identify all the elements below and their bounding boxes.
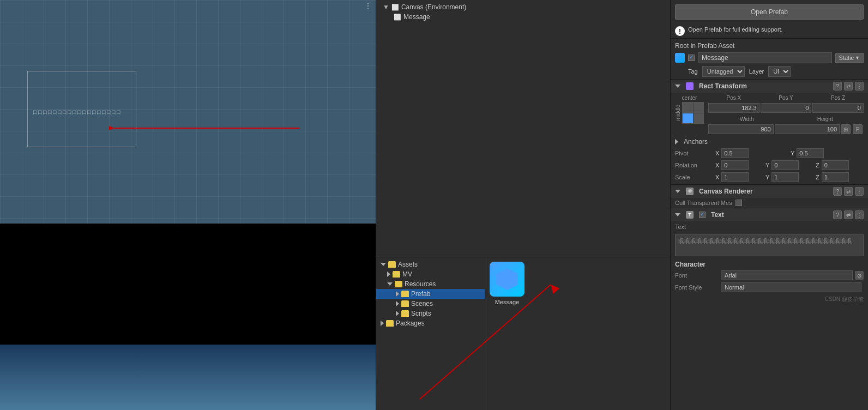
constrain-btn[interactable]: ⊞	[841, 124, 851, 134]
project-item-scenes[interactable]: Scenes	[376, 299, 485, 309]
rt-pos-headers: Pos X Pos Y Pos Z	[708, 95, 864, 101]
hierarchy-content: ▼ ⬜ Canvas (Environment) ⬜ Message	[376, 0, 670, 24]
scale-y-group: Y	[765, 172, 813, 182]
object-name-row: Static ▼	[671, 51, 868, 65]
lock-btn[interactable]: P	[853, 124, 863, 134]
open-prefab-button[interactable]: Open Prefab	[675, 4, 864, 20]
game-view	[0, 224, 376, 410]
cr-settings-btn[interactable]: ⇄	[844, 187, 853, 196]
scale-x-input[interactable]	[721, 172, 749, 182]
rect-transform-header[interactable]: Rect Transform ? ⇄ ⋮	[671, 80, 868, 93]
font-value: Arial	[721, 270, 853, 280]
text-actions: ? ⇄ ⋮	[833, 210, 864, 219]
hierarchy-item-canvas[interactable]: ▼ ⬜ Canvas (Environment)	[376, 2, 670, 12]
rt-collapse-icon	[675, 85, 680, 88]
rotation-y-label: Y	[765, 162, 769, 168]
text-icon: T	[686, 211, 694, 219]
rt-settings-btn[interactable]: ⇄	[844, 82, 853, 91]
text-help-btn[interactable]: ?	[833, 210, 842, 219]
text-label-row: Text	[671, 221, 868, 232]
hierarchy-panel: ▼ ⬜ Canvas (Environment) ⬜ Message	[376, 0, 670, 257]
scenes-folder-icon	[401, 300, 409, 307]
rt-help-btn[interactable]: ?	[833, 82, 842, 91]
project-item-resources[interactable]: Resources	[376, 279, 485, 289]
rt-wh-headers: Width Height	[708, 116, 864, 122]
text-content-area[interactable]: 哦哦哦哦哦哦哦哦哦哦哦哦哦哦哦哦哦哦哦哦哦哦哦哦哦哦哦哦哦	[675, 234, 864, 256]
packages-folder-icon	[386, 320, 394, 327]
cull-checkbox[interactable]	[736, 200, 742, 206]
pivot-label: Pivot	[675, 150, 713, 156]
game-sky	[0, 345, 376, 410]
left-panel: 口口口口口口口口口口口口口口口口口口 ⋮ ale 0.365 Maximize …	[0, 0, 376, 410]
project-item-prefab[interactable]: Prefab	[376, 289, 485, 299]
scale-y-label: Y	[765, 174, 769, 180]
text-settings-btn[interactable]: ⇄	[844, 210, 853, 219]
rt-middle-row: middle	[675, 102, 704, 124]
anchor-tl	[683, 102, 693, 113]
cull-label: Cull Transparent Mes	[675, 200, 732, 206]
pivot-x-input[interactable]	[721, 148, 749, 158]
project-item-assets[interactable]: Assets	[376, 260, 485, 269]
anchor-widget[interactable]	[682, 102, 704, 124]
width-input[interactable]	[708, 124, 774, 134]
project-item-mv[interactable]: MV	[376, 269, 485, 279]
cr-help-btn[interactable]: ?	[833, 187, 842, 196]
scale-z-label: Z	[816, 174, 819, 180]
scale-z-input[interactable]	[822, 172, 849, 182]
resources-folder-icon	[395, 281, 402, 287]
tag-select[interactable]: Untagged	[702, 66, 745, 77]
pos-y-header: Pos Y	[761, 95, 812, 101]
scene-text: 口口口口口口口口口口口口口口口口口口	[33, 109, 121, 116]
rotation-y-input[interactable]	[771, 160, 799, 170]
scene-toolbar-dots[interactable]: ⋮	[365, 2, 371, 10]
mv-triangle-icon	[387, 272, 390, 277]
object-name-input[interactable]	[698, 52, 832, 63]
scripts-triangle-icon	[396, 311, 399, 316]
hierarchy-item-message[interactable]: ⬜ Message	[376, 12, 670, 22]
rotation-z-group: Z	[816, 160, 864, 170]
text-menu-btn[interactable]: ⋮	[855, 210, 864, 219]
rotation-y-group: Y	[765, 160, 813, 170]
rotation-x-input[interactable]	[721, 160, 749, 170]
static-badge[interactable]: Static ▼	[835, 53, 864, 63]
project-item-scripts[interactable]: Scripts	[376, 309, 485, 318]
project-item-packages[interactable]: Packages	[376, 318, 485, 328]
pos-y-input[interactable]	[761, 103, 812, 113]
rotation-x-group: X	[715, 160, 763, 170]
pivot-y-group: Y	[791, 148, 864, 158]
rt-pos-values	[708, 103, 864, 113]
message-asset-icon[interactable]	[490, 262, 525, 297]
prefab-warning: ! Open Prefab for full editing support.	[671, 24, 868, 38]
rotation-z-input[interactable]	[822, 160, 849, 170]
middle-panel: ▼ ⬜ Canvas (Environment) ⬜ Message Asset…	[376, 0, 671, 410]
rt-menu-btn[interactable]: ⋮	[855, 82, 864, 91]
scale-y-input[interactable]	[771, 172, 799, 182]
anchor-br	[694, 113, 704, 124]
rect-transform-section: Rect Transform ? ⇄ ⋮ center middle	[671, 79, 868, 183]
scenes-triangle-icon	[396, 301, 399, 306]
pivot-y-input[interactable]	[797, 148, 824, 158]
text-collapse-icon	[675, 213, 680, 216]
scene-view[interactable]: 口口口口口口口口口口口口口口口口口口 ⋮	[0, 0, 376, 224]
rotation-z-label: Z	[816, 162, 819, 168]
text-field-label: Text	[675, 224, 686, 230]
text-section: T Text ? ⇄ ⋮ Text 哦哦哦哦哦哦哦哦哦哦哦哦哦哦哦哦哦哦哦哦哦哦…	[671, 208, 868, 293]
layer-select[interactable]: UI	[768, 66, 791, 77]
scale-z-group: Z	[816, 172, 864, 182]
cr-menu-btn[interactable]: ⋮	[855, 187, 864, 196]
width-header: Width	[708, 116, 786, 122]
font-picker-icon[interactable]: ⊙	[855, 271, 864, 280]
prefab-triangle-icon	[396, 291, 399, 297]
height-input[interactable]	[775, 124, 840, 134]
object-checkbox[interactable]	[688, 55, 695, 61]
message-asset-label: Message	[490, 299, 525, 305]
object-component-icon	[675, 53, 685, 63]
text-checkbox[interactable]	[699, 212, 706, 218]
rt-wh-values: ⊞ P	[708, 124, 864, 134]
pos-z-header: Pos Z	[812, 95, 864, 101]
canvas-renderer-header[interactable]: 👁 Canvas Renderer ? ⇄ ⋮	[671, 185, 868, 198]
pos-x-input[interactable]	[708, 103, 760, 113]
pos-z-input[interactable]	[812, 103, 864, 113]
cr-actions: ? ⇄ ⋮	[833, 187, 864, 196]
text-header[interactable]: T Text ? ⇄ ⋮	[671, 208, 868, 221]
